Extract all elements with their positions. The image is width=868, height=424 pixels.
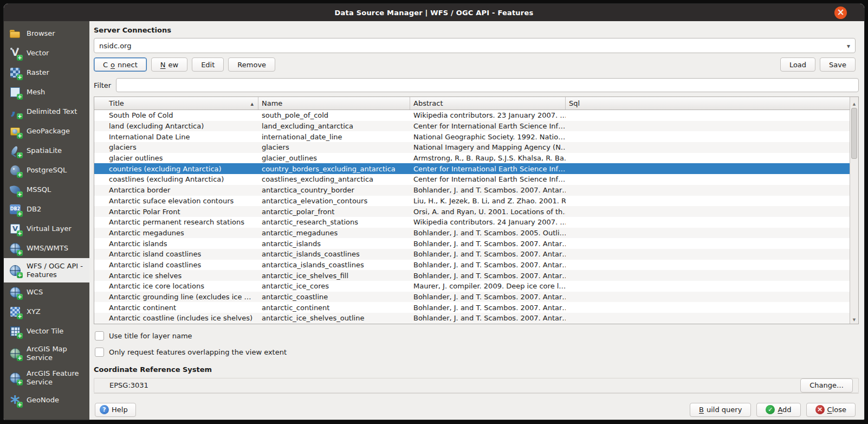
sidebar-item[interactable]: GeoNode <box>4 390 89 410</box>
overlap-extent-checkbox[interactable] <box>95 348 104 357</box>
sidebar-item-label: WMS/WMTS <box>27 244 68 253</box>
sidebar-item[interactable]: Raster <box>4 63 89 82</box>
chevron-down-icon <box>847 42 850 50</box>
titlebar[interactable]: Data Source Manager | WFS / OGC API - Fe… <box>4 4 864 21</box>
virtual-layer-icon <box>9 223 21 235</box>
crs-change-button[interactable]: Change… <box>800 378 853 393</box>
table-row[interactable]: glacier outlines glacier_outlines Armstr… <box>94 153 850 164</box>
cell-abstract: Bohlander, J. and T. Scambos. 2007. Anta… <box>410 303 566 313</box>
cell-title: glacier outlines <box>94 153 258 163</box>
sidebar-item-label: WFS / OGC API - Features <box>27 262 86 279</box>
help-button[interactable]: Help <box>95 403 136 417</box>
table-row[interactable]: Antarctica border antarctica_country_bor… <box>94 185 850 196</box>
table-row[interactable]: Antarctic permanent research stations an… <box>94 217 850 228</box>
sidebar-item[interactable]: XYZ <box>4 302 89 322</box>
table-row[interactable]: Antarctic suface elevation contours anta… <box>94 196 850 207</box>
connection-select[interactable]: nsidc.org <box>94 38 856 53</box>
sidebar-item[interactable]: WCS <box>4 282 89 302</box>
sidebar-item[interactable]: MSSQL <box>4 180 89 200</box>
sidebar-item-label: DB2 <box>27 205 41 214</box>
sidebar-item[interactable]: Vector <box>4 43 89 63</box>
sidebar-item[interactable]: PostgreSQL <box>4 160 89 180</box>
sidebar-item-label: Delimited Text <box>27 107 77 116</box>
table-scrollbar[interactable] <box>850 97 858 324</box>
scroll-up-icon[interactable] <box>850 99 858 106</box>
cell-title: Antarctic ice shelves <box>94 271 258 281</box>
table-row[interactable]: Antarctic ice core locations antarctic_i… <box>94 281 850 292</box>
cell-name: country_borders_excluding_antarctica <box>258 164 410 174</box>
sidebar-item-label: Vector Tile <box>27 327 63 336</box>
cell-abstract: Bohlander, J. and T. Scambos. 2007. Anta… <box>410 313 566 323</box>
table-row[interactable]: countries (excluding Antarctica) country… <box>94 163 850 174</box>
sidebar-item[interactable]: ArcGIS Feature Service <box>4 365 89 390</box>
dialog-body: Browser Vector Raster Mesh Delimited Tex… <box>4 21 864 420</box>
cell-name: antarctic_islands <box>258 239 410 249</box>
sidebar-item-label: ArcGIS Map Service <box>27 345 86 362</box>
table-row[interactable]: Antarctic island coastlines antarctic_is… <box>94 249 850 260</box>
table-row[interactable]: Antarctic grounding line (excludes ice …… <box>94 292 850 303</box>
cell-abstract: Bohlander, J. and T. Scambos. 2007. Anta… <box>410 292 566 302</box>
cell-title: countries (excluding Antarctica) <box>94 164 258 174</box>
table-row[interactable]: Antarctic islands antarctic_islands Bohl… <box>94 238 850 249</box>
build-query-button[interactable]: Build query <box>690 403 751 417</box>
column-header-abstract[interactable]: Abstract <box>410 97 566 110</box>
cell-name: antarctic_polar_front <box>258 207 410 217</box>
close-button[interactable]: Close <box>806 403 856 417</box>
column-header-name[interactable]: Name <box>258 97 410 110</box>
sidebar-item[interactable]: Virtual Layer <box>4 219 89 239</box>
table-row[interactable]: coastlines (excluding Antarctica) coastl… <box>94 174 850 185</box>
sidebar-item[interactable]: GeoPackage <box>4 121 89 141</box>
table-row[interactable]: Antarctic megadunes antarctic_megadunes … <box>94 228 850 239</box>
table-body: South Pole of Cold south_pole_of_cold Wi… <box>94 110 850 324</box>
cell-abstract: Bohlander, J. and T. Scambos. 2007. Anta… <box>410 185 566 195</box>
column-header-title[interactable]: Title <box>94 97 258 110</box>
table-row[interactable]: Antarctic ice shelves antarctic_ice_shel… <box>94 270 850 281</box>
source-type-sidebar: Browser Vector Raster Mesh Delimited Tex… <box>4 21 89 420</box>
sidebar-item[interactable]: SpatiaLite <box>4 141 89 160</box>
sidebar-item-label: Virtual Layer <box>27 224 72 233</box>
use-title-option-row: Use title for layer name <box>95 331 859 341</box>
remove-button[interactable]: Remove <box>228 57 275 72</box>
table-row[interactable]: International Date Line international_da… <box>94 131 850 142</box>
window-close-button[interactable] <box>834 7 847 19</box>
sidebar-item-label: SpatiaLite <box>27 146 62 155</box>
cell-name: antarctic_ice_cores <box>258 281 410 291</box>
wcs-icon <box>9 286 21 298</box>
sidebar-item[interactable]: DB2 <box>4 200 89 219</box>
new-button[interactable]: New <box>151 57 187 72</box>
sidebar-item[interactable]: WFS / OGC API - Features <box>4 258 89 282</box>
table-row[interactable]: Antarctic island coastlines antarctica_i… <box>94 260 850 271</box>
edit-button[interactable]: Edit <box>192 57 224 72</box>
save-button[interactable]: Save <box>820 57 856 72</box>
use-title-checkbox[interactable] <box>95 331 104 341</box>
sidebar-item[interactable]: ArcGIS Map Service <box>4 341 89 365</box>
sidebar-item[interactable]: Delimited Text <box>4 102 89 121</box>
column-header-sql[interactable]: Sql <box>566 97 850 110</box>
add-button[interactable]: Add <box>756 403 800 417</box>
table-row[interactable]: Antarctic coastline (includes ice shelve… <box>94 313 850 324</box>
sidebar-item[interactable]: Mesh <box>4 82 89 102</box>
cell-abstract: Orsi, A. and Ryan, U. 2001. Locations of… <box>410 207 566 217</box>
table-row[interactable]: Antarctic Polar Front antarctic_polar_fr… <box>94 206 850 217</box>
table-row[interactable]: land (excluding Antarctica) land_excludi… <box>94 121 850 132</box>
cell-title: Antarctic grounding line (excludes ice … <box>94 292 258 302</box>
load-button[interactable]: Load <box>780 57 815 72</box>
scrollbar-thumb[interactable] <box>851 108 857 159</box>
filter-input[interactable] <box>116 78 859 92</box>
cell-name: antarctic_coastline <box>258 292 410 302</box>
connect-button[interactable]: Connect <box>94 57 147 72</box>
sidebar-item[interactable]: WMS/WMTS <box>4 239 89 258</box>
table-row[interactable]: South Pole of Cold south_pole_of_cold Wi… <box>94 110 850 121</box>
sidebar-item[interactable]: Vector Tile <box>4 322 89 341</box>
scroll-down-icon[interactable] <box>850 314 858 322</box>
sidebar-item-label: PostgreSQL <box>27 166 67 175</box>
table-row[interactable]: glaciers glaciers National Imagery and M… <box>94 142 850 153</box>
plus-badge-icon <box>17 55 23 61</box>
cell-abstract: National Imagery and Mapping Agency (N… <box>410 142 566 152</box>
cell-name: antarctica_country_border <box>258 185 410 195</box>
plus-badge-icon <box>17 313 23 319</box>
use-title-label: Use title for layer name <box>109 332 192 340</box>
plus-badge-icon <box>17 272 23 278</box>
table-row[interactable]: Antarctic continent antarctic_continent … <box>94 302 850 313</box>
sidebar-item[interactable]: Browser <box>4 24 89 43</box>
